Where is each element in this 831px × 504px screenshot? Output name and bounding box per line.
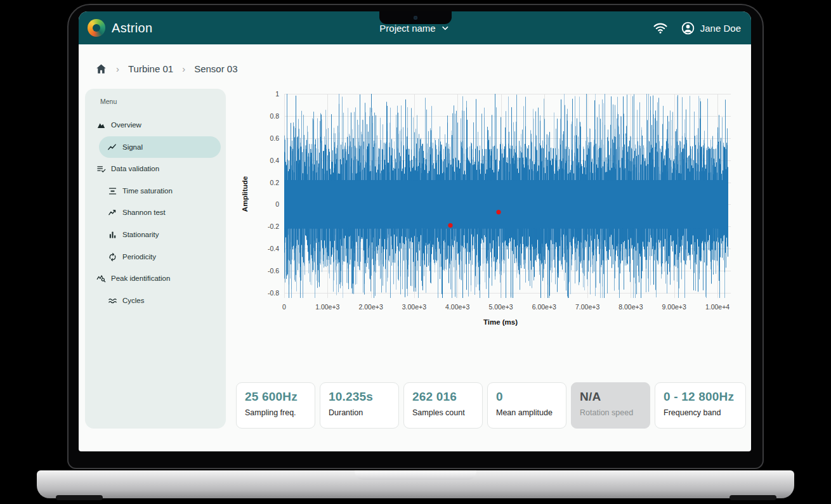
stat-card-label: Mean amplitude xyxy=(496,408,558,417)
sidebar-item-label: Shannon test xyxy=(122,209,166,216)
sidebar-item-time-saturation[interactable]: Time saturation xyxy=(108,184,173,197)
x-tick-label: 6.00e+3 xyxy=(532,303,556,311)
sidebar-item-label: Peak identification xyxy=(111,275,170,282)
sidebar-item-overview[interactable]: Overview xyxy=(96,119,141,131)
stat-card-value: N/A xyxy=(580,390,641,404)
stat-card-value: 0 xyxy=(496,390,558,404)
laptop-foot-right xyxy=(730,495,776,500)
x-tick-label: 9.00e+3 xyxy=(662,303,686,311)
sidebar-item-label: Time saturation xyxy=(122,187,173,195)
sidebar-item-label: Signal xyxy=(122,143,143,151)
bar-chart-icon xyxy=(108,230,117,240)
sidebar-item-shannon-test[interactable]: Shannon test xyxy=(108,206,166,219)
avatar-icon xyxy=(681,21,695,36)
peak-search-icon xyxy=(96,274,106,283)
breadcrumb-item[interactable]: Turbine 01 xyxy=(128,63,173,74)
stat-card-rotation-speed: N/ARotation speed xyxy=(571,382,650,429)
x-tick-label: 4.00e+3 xyxy=(445,303,469,311)
stat-card-mean-amplitude: 0Mean amplitude xyxy=(487,382,566,429)
checklist-icon xyxy=(96,164,106,174)
home-icon[interactable] xyxy=(95,63,107,75)
sidebar-item-periodicity[interactable]: Periodicity xyxy=(108,250,156,263)
y-tick-label: 0.2 xyxy=(241,179,279,186)
chevron-down-icon xyxy=(441,23,450,33)
sidebar-item-cycles[interactable]: Cycles xyxy=(108,294,145,307)
wifi-icon xyxy=(653,20,668,36)
sidebar-item-peak-identification[interactable]: Peak identification xyxy=(96,272,170,285)
user-name: Jane Doe xyxy=(700,23,741,34)
y-tick-label: 0.8 xyxy=(241,112,279,120)
cycle-arrows-icon xyxy=(108,252,117,262)
sidebar-item-label: Cycles xyxy=(122,297,145,304)
stat-cards-row: 25 600HzSampling freq.10.235sDurantion26… xyxy=(236,382,746,429)
stat-card-label: Sampling freq. xyxy=(245,408,306,417)
project-selector-label: Project name xyxy=(379,23,435,34)
x-tick-label: 0 xyxy=(282,303,286,311)
stat-card-value: 0 - 12 800Hz xyxy=(664,390,737,404)
stat-card-label: Frequency band xyxy=(664,408,737,417)
x-axis-title: Time (ms) xyxy=(483,318,518,326)
astrion-logo-icon xyxy=(88,19,105,37)
stat-card-value: 262 016 xyxy=(412,390,474,404)
y-tick-label: 0.4 xyxy=(241,157,279,164)
project-selector[interactable]: Project name xyxy=(379,23,450,34)
stat-card-durantion: 10.235sDurantion xyxy=(320,382,399,429)
breadcrumb-separator: › xyxy=(116,63,119,74)
app-screen: Astrion Project name xyxy=(79,11,751,451)
sidebar-item-stationarity[interactable]: Stationarity xyxy=(108,228,159,241)
signal-line-icon xyxy=(107,143,117,152)
camera-notch xyxy=(379,11,452,24)
y-tick-label: -0.6 xyxy=(241,267,279,275)
area-chart-icon xyxy=(96,120,106,130)
x-tick-label: 8.00e+3 xyxy=(618,303,643,311)
sidebar-item-signal[interactable]: Signal xyxy=(99,136,221,158)
y-tick-label: -0.4 xyxy=(241,245,279,252)
stat-card-label: Rotation speed xyxy=(580,408,641,417)
breadcrumb-items: ›Turbine 01›Sensor 03 xyxy=(116,63,238,74)
stat-card-frequency-band: 0 - 12 800HzFrequency band xyxy=(655,382,746,429)
sidebar-title: Menu xyxy=(100,98,117,105)
x-tick-label: 1.00e+4 xyxy=(705,303,730,311)
stat-card-value: 10.235s xyxy=(329,390,390,404)
brand-name: Astrion xyxy=(112,21,152,36)
breadcrumb-separator: › xyxy=(182,63,185,74)
sidebar-item-label: Data validation xyxy=(111,165,159,172)
brand: Astrion xyxy=(79,19,152,37)
breadcrumb-item[interactable]: Sensor 03 xyxy=(194,63,237,74)
y-tick-label: 1 xyxy=(241,90,279,98)
sidebar-item-label: Periodicity xyxy=(122,253,156,261)
laptop-foot-left xyxy=(56,495,103,500)
x-tick-label: 1.00e+3 xyxy=(315,303,339,311)
sidebar-menu: Menu OverviewSignalData validationTime s… xyxy=(85,89,226,429)
waves-icon xyxy=(108,296,117,306)
y-tick-label: 0 xyxy=(241,200,279,208)
sidebar-item-label: Stationarity xyxy=(122,231,159,238)
trend-arrow-icon xyxy=(108,208,117,217)
stage-background: Astrion Project name xyxy=(0,0,831,504)
x-tick-label: 2.00e+3 xyxy=(358,303,383,311)
camera-dot xyxy=(414,16,417,20)
signal-plot-canvas[interactable] xyxy=(284,94,731,298)
sidebar-item-data-validation[interactable]: Data validation xyxy=(96,162,159,175)
x-tick-label: 5.00e+3 xyxy=(488,303,513,311)
y-axis-title: Amplitude xyxy=(241,169,249,219)
saturation-lines-icon xyxy=(108,186,117,196)
stat-card-value: 25 600Hz xyxy=(245,390,306,404)
user-menu[interactable]: Jane Doe xyxy=(681,21,741,36)
laptop-base-notch xyxy=(355,470,476,480)
x-tick-label: 7.00e+3 xyxy=(575,303,599,311)
breadcrumb: ›Turbine 01›Sensor 03 xyxy=(95,57,238,80)
stat-card-label: Samples count xyxy=(412,408,474,417)
signal-chart: Amplitude 10.80.60.40.20-0.2-0.4-0.6-0.8… xyxy=(236,89,750,345)
stat-card-samples-count: 262 016Samples count xyxy=(403,382,483,429)
topbar-right-group: Jane Doe xyxy=(653,20,751,36)
stat-card-label: Durantion xyxy=(329,408,390,417)
sidebar-item-label: Overview xyxy=(111,121,141,129)
y-tick-label: -0.2 xyxy=(241,223,279,230)
stat-card-sampling-freq-: 25 600HzSampling freq. xyxy=(236,382,315,429)
y-tick-label: -0.8 xyxy=(241,289,279,297)
y-tick-label: 0.6 xyxy=(241,134,279,142)
x-tick-label: 3.00e+3 xyxy=(402,303,426,311)
